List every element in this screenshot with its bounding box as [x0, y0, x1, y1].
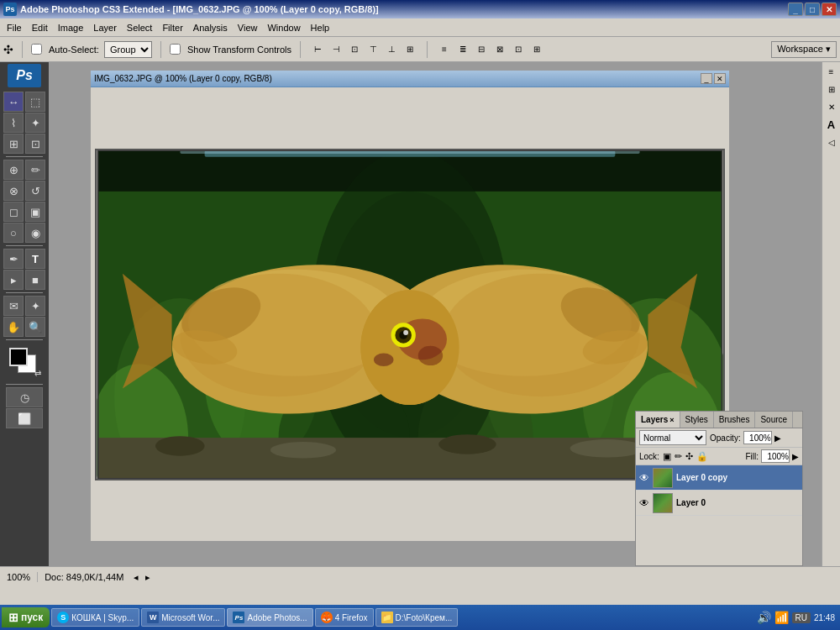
eraser-tool[interactable]: ◻	[3, 202, 24, 222]
layer-vis-0-icon[interactable]: 👁	[639, 497, 649, 509]
menu-help[interactable]: Help	[306, 21, 335, 34]
lock-transparent-icon[interactable]: ▣	[663, 451, 671, 462]
dist-2-icon[interactable]: ≣	[454, 41, 471, 58]
selection-tool[interactable]: ⬚	[25, 92, 45, 112]
taskbar-skype[interactable]: S КОШКА | Skyp...	[51, 608, 139, 627]
menu-file[interactable]: File	[2, 21, 27, 34]
crop-tool[interactable]: ⊞	[3, 134, 24, 154]
show-transform-checkbox[interactable]	[170, 44, 181, 55]
auto-select-checkbox[interactable]	[31, 44, 42, 55]
align-bottom-icon[interactable]: ⊞	[402, 41, 418, 58]
magic-wand-tool[interactable]: ✦	[25, 113, 45, 133]
dist-4-icon[interactable]: ⊠	[491, 41, 508, 58]
align-center-v-icon[interactable]: ⊣	[328, 41, 344, 58]
clone-tool[interactable]: ⊗	[3, 181, 24, 201]
menu-view[interactable]: View	[233, 21, 263, 34]
minimize-button[interactable]: _	[788, 3, 803, 16]
lock-all-icon[interactable]: 🔒	[696, 451, 708, 462]
auto-select-dropdown[interactable]: Group Layer	[104, 41, 152, 58]
dist-1-icon[interactable]: ≡	[436, 41, 453, 58]
right-tool-1[interactable]: ≡	[824, 64, 839, 79]
align-right-icon[interactable]: ⊡	[346, 41, 363, 58]
path-select-tool[interactable]: ▸	[3, 270, 24, 290]
blend-mode-select[interactable]: Normal Multiply Screen	[639, 430, 706, 445]
slice-tool[interactable]: ⊡	[25, 134, 45, 154]
menu-select[interactable]: Select	[122, 21, 158, 34]
zoom-tool[interactable]: 🔍	[25, 317, 45, 337]
taskbar-firefox[interactable]: 🦊 4 Firefox	[315, 608, 374, 627]
eyedropper-tool[interactable]: ✦	[25, 296, 45, 316]
source-tab[interactable]: Source	[755, 412, 793, 428]
scroll-arrow-left[interactable]: ◂	[130, 572, 142, 583]
svg-point-46	[438, 434, 496, 454]
folder-icon: 📁	[381, 612, 393, 623]
brush-tool[interactable]: ✏	[25, 160, 45, 180]
opacity-arrow[interactable]: ▶	[774, 433, 781, 443]
menu-image[interactable]: Image	[53, 21, 89, 34]
layers-panel: Layers × Styles Brushes Source Normal Mu…	[635, 411, 803, 566]
tray-area: 🔊 📶 RU 21:48	[757, 611, 838, 624]
menu-edit[interactable]: Edit	[27, 21, 53, 34]
gradient-tool[interactable]: ▣	[25, 202, 45, 222]
align-center-h-icon[interactable]: ⊥	[383, 41, 400, 58]
blur-tool[interactable]: ○	[3, 223, 24, 243]
type-tool[interactable]: T	[25, 249, 45, 269]
pen-tool[interactable]: ✒	[3, 249, 24, 269]
hand-tool[interactable]: ✋	[3, 317, 24, 337]
menu-filter[interactable]: Filter	[157, 21, 187, 34]
move-tool-icon: ✣	[3, 43, 13, 56]
fg-color-swatch[interactable]	[9, 348, 28, 366]
screen-mode-tool[interactable]: ⬜	[6, 408, 43, 428]
close-button[interactable]: ✕	[822, 3, 837, 16]
lock-move-icon[interactable]: ✣	[685, 451, 693, 462]
layers-tab[interactable]: Layers ×	[636, 412, 680, 428]
styles-tab[interactable]: Styles	[680, 412, 714, 428]
swap-colors-icon[interactable]: ⇄	[34, 369, 41, 378]
lasso-tool[interactable]: ⌇	[3, 113, 24, 133]
dist-6-icon[interactable]: ⊞	[528, 41, 545, 58]
lock-paint-icon[interactable]: ✏	[675, 451, 682, 462]
doc-minimize[interactable]: _	[701, 73, 712, 84]
fill-arrow[interactable]: ▶	[792, 452, 799, 461]
doc-close[interactable]: ✕	[714, 73, 726, 84]
align-left-icon[interactable]: ⊢	[309, 41, 326, 58]
right-tool-4[interactable]: A	[824, 117, 839, 132]
taskbar-photoshop[interactable]: Ps Adobe Photos...	[227, 608, 312, 627]
menu-window[interactable]: Window	[262, 21, 305, 34]
align-top-icon[interactable]: ⊤	[365, 41, 381, 58]
svg-point-45	[270, 442, 336, 459]
move-tool[interactable]: ↔	[3, 92, 24, 112]
notes-tool[interactable]: ✉	[3, 296, 24, 316]
right-tool-3[interactable]: ✕	[824, 99, 839, 114]
word-icon: W	[147, 612, 159, 623]
opacity-input[interactable]	[743, 431, 772, 444]
auto-select-label: Auto-Select:	[49, 45, 99, 55]
fill-input[interactable]	[761, 449, 790, 463]
workspace-button[interactable]: Workspace ▾	[771, 41, 837, 58]
right-tool-5[interactable]: ◁	[824, 134, 839, 150]
layer-row-0[interactable]: 👁 Layer 0	[636, 491, 802, 516]
dist-3-icon[interactable]: ⊟	[473, 41, 490, 58]
layer-row-copy[interactable]: 👁 Layer 0 copy	[636, 465, 802, 491]
svg-point-36	[403, 330, 408, 335]
shape-tool[interactable]: ■	[25, 270, 45, 290]
scroll-arrow-right[interactable]: ▸	[142, 572, 154, 583]
tool-row-2: ⌇ ✦	[3, 113, 45, 133]
brushes-tab[interactable]: Brushes	[714, 412, 756, 428]
start-button[interactable]: ⊞ пуск	[2, 607, 50, 627]
menu-analysis[interactable]: Analysis	[188, 21, 233, 34]
lang-indicator[interactable]: RU	[792, 612, 811, 623]
dodge-tool[interactable]: ◉	[25, 223, 45, 243]
menu-layer[interactable]: Layer	[88, 21, 122, 34]
quick-mask-tool[interactable]: ◷	[6, 387, 43, 407]
heal-tool[interactable]: ⊕	[3, 160, 24, 180]
layer-vis-icon[interactable]: 👁	[639, 472, 649, 484]
history-brush-tool[interactable]: ↺	[25, 181, 45, 201]
taskbar-word[interactable]: W Microsoft Wor...	[141, 608, 225, 627]
tool-row-7: ○ ◉	[3, 223, 45, 243]
dist-5-icon[interactable]: ⊡	[510, 41, 527, 58]
right-tool-2[interactable]: ⊞	[824, 81, 839, 97]
title-bar: Ps Adobe Photoshop CS3 Extended - [IMG_0…	[0, 0, 840, 18]
taskbar-folder[interactable]: 📁 D:\Foto\Крем...	[375, 608, 459, 627]
maximize-button[interactable]: □	[805, 3, 820, 16]
